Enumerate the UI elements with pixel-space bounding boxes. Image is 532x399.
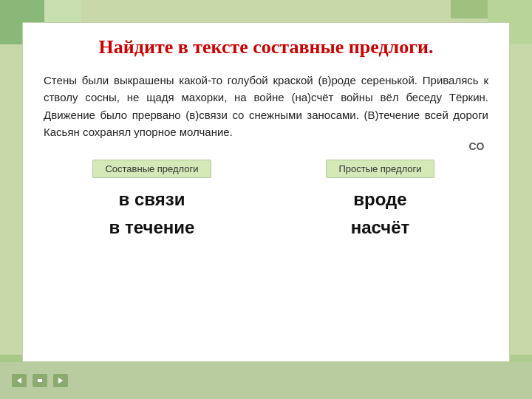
body-text: Стены были выкрашены какой-то голубой кр…: [23, 66, 509, 152]
bottom-bar: [0, 362, 532, 399]
rect-accent-tl: [44, 0, 81, 22]
right-item-1: вроде: [353, 187, 406, 212]
left-column-items: в связи в течение: [109, 187, 195, 239]
left-item-2: в течение: [109, 215, 195, 240]
svg-marker-0: [17, 378, 21, 383]
slide-controls: [12, 374, 68, 387]
right-item-2: насчёт: [351, 215, 410, 240]
svg-rect-1: [38, 379, 42, 382]
co-badge: CO: [466, 137, 488, 154]
slide-dot-icon: [36, 377, 44, 384]
prev-icon: [16, 377, 23, 384]
left-column: Составные предлоги в связи в течение: [38, 160, 266, 239]
columns-section: Составные предлоги в связи в течение Про…: [23, 160, 509, 239]
title-area: Найдите в тексте составные предлоги.: [23, 23, 509, 66]
rect-accent-tr: [451, 0, 488, 18]
next-icon: [57, 377, 64, 384]
left-column-label: Составные предлоги: [92, 160, 211, 178]
page-title: Найдите в тексте составные предлоги.: [99, 36, 434, 58]
prev-slide-button[interactable]: [12, 374, 27, 387]
left-item-1: в связи: [119, 187, 185, 212]
next-slide-button[interactable]: [53, 374, 68, 387]
right-column: Простые предлоги вроде насчёт: [266, 160, 494, 239]
svg-marker-2: [58, 378, 63, 383]
right-column-label: Простые предлоги: [326, 160, 434, 178]
main-content-card: Найдите в тексте составные предлоги. Сте…: [22, 22, 510, 362]
slide-indicator-button[interactable]: [33, 374, 47, 387]
right-column-items: вроде насчёт: [351, 187, 410, 239]
